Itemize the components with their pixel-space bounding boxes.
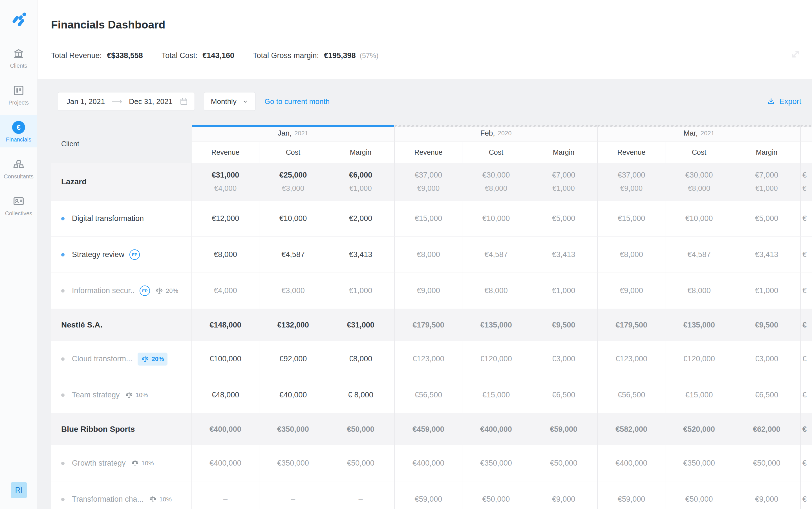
revenue-cell: €179,500: [395, 309, 462, 341]
project-row[interactable]: Strategy reviewFP€8,000€4,587€3,413€8,00…: [51, 237, 812, 273]
value: €123,000: [616, 354, 647, 363]
sidebar-item-clients[interactable]: Clients: [0, 41, 37, 74]
client-group-row[interactable]: Lazard€31,000€4,000€25,000€3,000€6,000€1…: [51, 163, 812, 201]
revenue-cell: €4,000: [192, 273, 259, 309]
value: €5,000: [755, 214, 778, 223]
project-row[interactable]: Cloud transform...20%€100,000€92,000€8,0…: [51, 341, 812, 377]
sub-header-row: RevenueCostMarginRevenueCostMarginRevenu…: [192, 141, 812, 163]
filter-row: Jan 1, 2021 ⟶ Dec 31, 2021 Monthly Go to…: [58, 92, 801, 111]
project-name-cell[interactable]: Information secur..FP20%: [51, 273, 192, 309]
value: €1,000: [349, 286, 372, 295]
project-name-cell[interactable]: Transformation cha...10%: [51, 481, 192, 509]
user-avatar[interactable]: RI: [11, 482, 27, 498]
client-name-cell[interactable]: Lazard: [51, 163, 192, 201]
active-month-bar: [192, 125, 394, 127]
value: €9,000: [755, 495, 778, 504]
value: €9,000: [552, 495, 576, 504]
value: –: [223, 495, 228, 504]
partial-value: €: [803, 425, 807, 434]
scales-icon: [155, 286, 164, 295]
margin-scale-chip: 10%: [149, 495, 172, 504]
partial-month-cell: €: [801, 481, 812, 509]
project-row[interactable]: Transformation cha...10%–––€59,000€50,00…: [51, 481, 812, 509]
sidebar-item-financials[interactable]: € Financials: [0, 115, 37, 147]
revenue-cell: €37,000€9,000: [395, 163, 462, 201]
sidebar-item-consultants[interactable]: Consultants: [0, 152, 37, 184]
sub-header-margin: Margin: [733, 141, 801, 163]
go-current-month-link[interactable]: Go to current month: [264, 97, 330, 106]
cost-cell: €50,000: [462, 481, 530, 509]
value: €8,000: [417, 250, 440, 259]
partial-value: €: [803, 286, 807, 295]
project-name-cell[interactable]: Growth strategy10%: [51, 445, 192, 481]
sidebar: Clients Projects € Financials: [0, 0, 37, 509]
margin-cell: €50,000: [733, 445, 801, 481]
secondary-value: €8,000: [485, 184, 508, 193]
margin-cell: €7,000€1,000: [530, 163, 598, 201]
cost-cell: €135,000: [665, 309, 733, 341]
project-row[interactable]: Team strategy10%€48,000€40,000€ 8,000€56…: [51, 377, 812, 413]
revenue-cell: €56,500: [598, 377, 665, 413]
value: €5,000: [552, 214, 576, 223]
blocks-icon: [12, 158, 25, 171]
revenue-cell: €582,000: [598, 413, 665, 445]
value: €31,000: [212, 171, 239, 179]
sub-header-margin: Margin: [327, 141, 395, 163]
cost-cell: –: [259, 481, 327, 509]
value: €400,000: [209, 425, 241, 434]
value: €8,000: [484, 286, 508, 295]
value: €1,000: [755, 286, 778, 295]
project-row[interactable]: Information secur..FP20%€4,000€3,000€1,0…: [51, 273, 812, 309]
margin-percent: 10%: [141, 460, 154, 467]
app-logo[interactable]: [9, 10, 28, 28]
client-group-row[interactable]: Blue Ribbon Sports€400,000€350,000€50,00…: [51, 413, 812, 445]
date-range-picker[interactable]: Jan 1, 2021 ⟶ Dec 31, 2021: [58, 92, 195, 111]
chevron-down-icon: [242, 98, 249, 105]
end-date[interactable]: Dec 31, 2021: [129, 97, 172, 106]
revenue-cell: €48,000: [192, 377, 259, 413]
margin-percent: 20%: [166, 287, 178, 295]
cost-cell: €400,000: [462, 413, 530, 445]
project-row[interactable]: Growth strategy10%€400,000€350,000€50,00…: [51, 445, 812, 481]
sidebar-item-collectives[interactable]: Collectives: [0, 189, 37, 221]
revenue-cell: €8,000: [192, 237, 259, 273]
month-header-mar[interactable]: Mar, 2021: [598, 125, 801, 141]
secondary-value: €1,000: [349, 184, 372, 193]
project-name-cell[interactable]: Cloud transform...20%: [51, 341, 192, 377]
value: €9,000: [620, 286, 643, 295]
project-row[interactable]: Digital transformation€12,000€10,000€2,0…: [51, 201, 812, 237]
partial-month-cell: €: [801, 341, 812, 377]
margin-cell: €3,413: [530, 237, 598, 273]
month-header-feb[interactable]: Feb, 2020: [395, 125, 598, 141]
cost-cell: €350,000: [665, 445, 733, 481]
margin-cell: €9,000: [733, 481, 801, 509]
project-name-cell[interactable]: Strategy reviewFP: [51, 237, 192, 273]
partial-value: €: [803, 459, 807, 468]
value: €37,000: [415, 171, 442, 179]
partial-month-cell: €: [801, 413, 812, 445]
client-name: Nestlé S.A.: [61, 320, 102, 330]
client-group-row[interactable]: Nestlé S.A.€148,000€132,000€31,000€179,5…: [51, 309, 812, 341]
export-button[interactable]: Export: [767, 97, 801, 106]
value: €50,000: [347, 425, 375, 434]
value: €6,500: [552, 391, 576, 399]
value: €10,000: [482, 214, 510, 223]
revenue-cell: €59,000: [395, 481, 462, 509]
revenue-cell: €8,000: [395, 237, 462, 273]
client-name-cell[interactable]: Blue Ribbon Sports: [51, 413, 192, 445]
month-header-jan[interactable]: Jan, 2021: [192, 125, 395, 141]
value: €120,000: [480, 354, 512, 363]
cost-cell: €350,000: [259, 445, 327, 481]
margin-cell: €5,000: [733, 201, 801, 236]
expand-icon[interactable]: [789, 47, 803, 61]
cost-cell: €25,000€3,000: [259, 163, 327, 201]
granularity-select[interactable]: Monthly: [204, 92, 255, 111]
project-name-cell[interactable]: Digital transformation: [51, 201, 192, 236]
sidebar-item-projects[interactable]: Projects: [0, 78, 37, 110]
client-name-cell[interactable]: Nestlé S.A.: [51, 309, 192, 341]
logo-icon: [10, 11, 27, 28]
start-date[interactable]: Jan 1, 2021: [67, 97, 105, 106]
value: €400,000: [209, 459, 241, 468]
revenue-cell: €400,000: [192, 413, 259, 445]
project-name-cell[interactable]: Team strategy10%: [51, 377, 192, 413]
